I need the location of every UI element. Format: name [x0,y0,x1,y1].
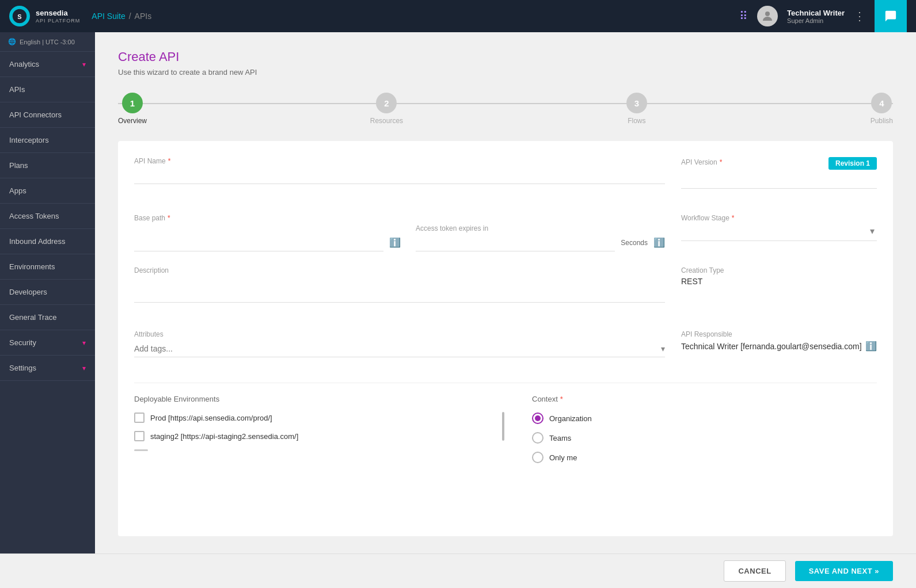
seconds-label: Seconds [621,239,648,251]
workflow-stage-select[interactable] [681,224,877,241]
globe-icon: 🌐 [8,38,16,45]
required-star-version: * [720,158,723,166]
description-field: Description [134,266,665,305]
page-subtitle: Use this wizard to create a brand new AP… [118,68,893,77]
scroll-indicator [502,412,504,441]
step-circle-2: 2 [376,93,397,113]
deployable-env-label: Deployable Environments [134,395,479,403]
sidebar-item-security[interactable]: Security ▾ [0,330,95,356]
base-path-col: Base path * ℹ️ Access token expires in [134,214,665,253]
sidebar-item-api-connectors[interactable]: API Connectors [0,102,95,128]
creation-type-field: Creation Type REST [681,266,877,286]
deploy-section: Deployable Environments Prod [https://ap… [134,395,877,471]
logo-area: S sensedia API PLATFORM [9,6,80,26]
avatar [757,6,778,26]
env-prod-checkbox[interactable] [134,413,145,423]
chat-button[interactable] [875,0,907,32]
sidebar-item-settings[interactable]: Settings ▾ [0,356,95,381]
required-star: * [168,157,171,165]
sidebar: 🌐 English | UTC -3:00 Analytics ▾ APIs A… [0,32,95,553]
sidebar-label-plans: Plans [9,161,28,170]
locale-text: English | UTC -3:00 [20,39,75,45]
radio-only-me[interactable] [532,452,543,463]
sidebar-item-apps[interactable]: Apps [0,178,95,204]
cancel-button[interactable]: CANCEL [724,560,785,582]
env-staging2-label: staging2 [https://api-staging2.sensedia.… [150,432,298,441]
sidebar-label-settings: Settings [9,364,36,372]
sidebar-item-analytics[interactable]: Analytics ▾ [0,52,95,77]
access-token-input[interactable] [416,235,615,251]
radio-organization[interactable] [532,413,543,424]
context-organization[interactable]: Organization [532,413,877,424]
api-version-input[interactable] [681,172,877,189]
locale-bar[interactable]: 🌐 English | UTC -3:00 [0,32,95,52]
api-version-col: API Version * Revision 1 [681,157,877,200]
save-next-button[interactable]: SAVE AND NEXT » [795,561,893,581]
access-token-info-icon[interactable]: ℹ️ [653,237,665,251]
page-title: Create API [118,49,893,64]
deploy-col: Deployable Environments Prod [https://ap… [134,395,479,471]
wizard-step-resources[interactable]: 2 Resources [370,93,403,125]
api-name-label: API Name * [134,157,665,165]
sidebar-item-interceptors[interactable]: Interceptors [0,128,95,153]
env-staging2-checkbox[interactable] [134,431,145,441]
access-token-inline: Seconds ℹ️ [416,235,665,251]
sidebar-item-inbound-address[interactable]: Inbound Address [0,229,95,254]
breadcrumb-current: APIs [135,12,152,21]
wizard-step-overview[interactable]: 1 Overview [118,93,147,125]
required-star-context: * [560,395,563,403]
sidebar-item-plans[interactable]: Plans [0,153,95,178]
workflow-stage-field: Workflow Stage * [681,214,877,241]
user-name: Technical Writer [787,9,845,17]
env-more-indicator [134,449,148,451]
form-row-2: Base path * ℹ️ Access token expires in [134,214,877,253]
required-star-base: * [168,214,170,222]
sidebar-label-security: Security [9,338,36,347]
tags-input[interactable] [134,344,661,353]
api-responsible-field: API Responsible Technical Writer [fernan… [681,330,877,352]
api-version-label: API Version * [681,158,722,166]
sidebar-item-developers[interactable]: Developers [0,280,95,305]
sidebar-item-general-trace[interactable]: General Trace [0,305,95,330]
context-only-me[interactable]: Only me [532,452,877,463]
wizard-step-flows[interactable]: 3 Flows [626,93,647,125]
base-path-input[interactable] [134,235,383,251]
description-input[interactable] [134,277,665,303]
revision-badge: Revision 1 [828,157,877,170]
logo-icon: S [9,6,30,26]
step-label-resources: Resources [370,117,403,125]
api-name-field: API Name * [134,157,665,184]
form-row-3: Description Creation Type REST [134,266,877,316]
grid-icon[interactable]: ⠿ [739,9,748,23]
sidebar-item-environments[interactable]: Environments [0,254,95,280]
access-token-label: Access token expires in [416,224,665,232]
breadcrumb-parent[interactable]: API Suite [92,12,125,21]
sidebar-item-access-tokens[interactable]: Access Tokens [0,204,95,229]
workflow-stage-select-wrapper [681,224,877,241]
attributes-field: Attributes ▾ [134,330,665,357]
env-prod-item[interactable]: Prod [https://api.sensedia.com/prod/] [134,413,479,423]
api-responsible-info-icon[interactable]: ℹ️ [865,341,877,352]
base-path-inline: ℹ️ Access token expires in Seconds ℹ️ [134,224,665,251]
context-only-me-label: Only me [549,453,577,462]
context-teams[interactable]: Teams [532,432,877,444]
sidebar-label-access-tokens: Access Tokens [9,212,59,220]
workflow-stage-label: Workflow Stage * [681,214,877,222]
sidebar-item-apis[interactable]: APIs [0,77,95,102]
sidebar-label-developers: Developers [9,288,47,296]
context-organization-label: Organization [549,414,592,423]
api-name-input[interactable] [134,167,665,184]
more-options-icon[interactable]: ⋮ [854,9,865,23]
content-area: Create API Use this wizard to create a b… [95,32,916,553]
footer: CANCEL SAVE AND NEXT » [0,553,916,588]
logo-brand: sensedia [36,9,80,18]
context-teams-label: Teams [549,434,571,442]
base-path-info-icon[interactable]: ℹ️ [389,237,401,251]
env-staging2-item[interactable]: staging2 [https://api-staging2.sensedia.… [134,431,479,441]
sidebar-label-general-trace: General Trace [9,313,56,322]
svg-point-2 [765,12,770,16]
radio-teams[interactable] [532,432,543,444]
logo-subtitle: API PLATFORM [36,18,80,24]
wizard-step-publish[interactable]: 4 Publish [871,93,893,125]
sidebar-label-api-connectors: API Connectors [9,110,62,119]
